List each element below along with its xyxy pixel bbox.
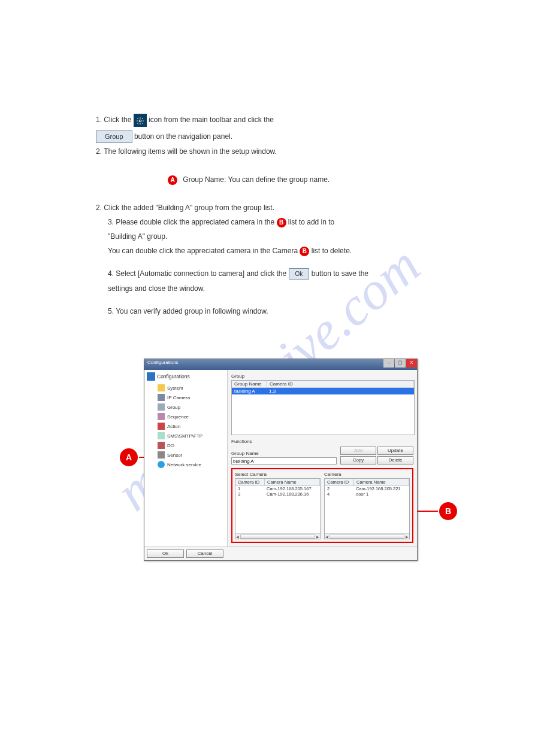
camera-panel: Camera Camera ID Camera Name 2 Cam-192.1…	[324, 472, 410, 539]
group-button-inline: Group	[96, 130, 132, 143]
config-window: Configurations – ▢ X Configurations Syst…	[144, 359, 418, 561]
callout-a-row: A Group Name: You can define the group n…	[96, 175, 451, 185]
step-num-2: 2. Click the added "Building A" group fr…	[96, 203, 451, 213]
camera-row[interactable]: 1 Cam-192.168.205.167	[235, 486, 320, 491]
tree-item-system[interactable]: System	[147, 383, 225, 393]
window-body: Configurations System IP Camera Group Se…	[144, 370, 417, 546]
tree-item-group[interactable]: Group	[147, 402, 225, 412]
do-icon	[158, 442, 165, 449]
callout-a-figure-icon: A	[120, 448, 138, 466]
camera-panels: Select Camera Camera ID Camera Name 1 Ca…	[231, 468, 413, 543]
config-sidebar: Configurations System IP Camera Group Se…	[144, 370, 228, 546]
col-camera-name: Camera Name	[265, 479, 320, 485]
col-camera-id: Camera ID	[235, 479, 265, 485]
config-root-icon	[147, 372, 155, 381]
callout-b-inline-icon: B	[277, 218, 286, 227]
tree-root-label: Configurations	[157, 374, 190, 379]
tree-label: DO	[167, 443, 174, 448]
window-footer: Ok Cancel	[144, 546, 417, 560]
window-close-button[interactable]: X	[406, 359, 417, 368]
step3c-pre: You can double click the appreciated cam…	[108, 247, 300, 255]
tree-item-network[interactable]: Network service	[147, 460, 225, 469]
col-camera-id: Camera ID	[267, 381, 414, 387]
tree-label: Network service	[167, 462, 201, 467]
cell: Cam-192.168.206.16	[264, 491, 320, 497]
step-num-4: 4. Select [Automatic connection to camer…	[96, 268, 451, 280]
col-group-name: Group Name	[232, 381, 267, 387]
group-row-cid: 1,3	[267, 388, 414, 394]
horizontal-scrollbar[interactable]: ◀▶	[235, 533, 320, 539]
camera-row[interactable]: 4 door 1	[325, 491, 409, 497]
tree-item-ipcamera[interactable]: IP Camera	[147, 393, 225, 402]
callout-b-inline2-icon: B	[300, 247, 309, 256]
window-minimize-button[interactable]: –	[383, 359, 394, 368]
tree-label: Group	[167, 405, 180, 410]
system-icon	[158, 384, 165, 391]
step1b-text: button on the navigation panel.	[134, 132, 232, 141]
cell: 3	[235, 491, 264, 497]
group-row-selected[interactable]: building A 1,3	[232, 388, 414, 394]
cell: 1	[235, 486, 264, 491]
callout-b-figure-icon: B	[439, 502, 457, 520]
cell: Cam-192.168.205.167	[264, 486, 320, 491]
callout-a-text: Group Name: You can define the group nam…	[183, 175, 330, 184]
action-icon	[158, 423, 165, 430]
ok-button[interactable]: Ok	[147, 549, 184, 558]
col-camera-id: Camera ID	[325, 479, 354, 485]
group-name-label: Group Name	[231, 451, 337, 456]
group-icon	[158, 403, 165, 411]
cancel-button[interactable]: Cancel	[186, 549, 223, 558]
sensor-icon	[158, 451, 165, 459]
update-button[interactable]: Update	[377, 447, 413, 455]
tree-item-action[interactable]: Action	[147, 421, 225, 431]
step-num-3: 3. Please double click the appreciated c…	[96, 217, 451, 227]
horizontal-scrollbar[interactable]: ◀▶	[325, 533, 409, 539]
window-title: Configurations	[147, 360, 179, 365]
window-titlebar: Configurations – ▢ X	[144, 359, 417, 370]
page-content: 1. Click the icon from the main toolbar …	[0, 0, 535, 585]
add-button[interactable]: Add	[340, 447, 376, 455]
window-maximize-button[interactable]: ▢	[395, 359, 406, 368]
tree-item-sensor[interactable]: Sensor	[147, 450, 225, 460]
mail-icon	[158, 432, 165, 439]
step-num-2-pre: 2. Click the added "Building A" group fr…	[96, 204, 274, 212]
cell: 4	[325, 491, 353, 497]
step1-post: icon from the main toolbar and click the	[149, 116, 274, 124]
tree-item-sequence[interactable]: Sequence	[147, 412, 225, 421]
group-header: Group Name Camera ID	[232, 381, 414, 388]
ok-button-inline: Ok	[289, 268, 310, 280]
functions-label: Functions	[231, 439, 413, 444]
globe-icon	[158, 461, 165, 468]
col-camera-name: Camera Name	[354, 479, 409, 485]
step3-post: list to add in to	[288, 218, 334, 226]
step1-pre: 1. Click the	[96, 116, 134, 124]
step-num-5: 5. You can verify added group in followi…	[96, 306, 451, 317]
cell: door 1	[353, 491, 409, 497]
tree-item-sms[interactable]: SMS\SMTP\FTP	[147, 431, 225, 441]
select-camera-panel: Select Camera Camera ID Camera Name 1 Ca…	[235, 472, 321, 539]
step-2: 2. The following items will be shown in …	[96, 147, 451, 157]
tree-label: IP Camera	[167, 395, 190, 400]
camera-row[interactable]: 3 Cam-192.168.206.16	[235, 491, 320, 497]
step-1b: Group button on the navigation panel.	[96, 130, 451, 143]
tree-label: Sequence	[167, 414, 189, 420]
camera-list[interactable]: Camera ID Camera Name 2 Cam-192.168.205.…	[324, 478, 410, 539]
config-main: Group Group Name Camera ID building A 1,…	[228, 370, 417, 546]
select-camera-list[interactable]: Camera ID Camera Name 1 Cam-192.168.205.…	[235, 478, 321, 539]
step3-pre: 3. Please double click the appreciated c…	[108, 218, 277, 226]
functions-area: Functions Group Name Add Update Copy Del…	[231, 439, 413, 464]
step-num-3b: "Building A" group.	[96, 231, 451, 242]
group-name-input[interactable]	[231, 457, 337, 464]
tree-item-do[interactable]: DO	[147, 441, 225, 450]
camera-row[interactable]: 2 Cam-192.168.205.221	[325, 486, 409, 491]
tree-label: System	[167, 385, 183, 391]
delete-button[interactable]: Delete	[377, 456, 413, 464]
step4-post: button to save the	[312, 269, 368, 278]
step3c-post: list to delete.	[312, 247, 352, 255]
step-1: 1. Click the icon from the main toolbar …	[96, 114, 451, 127]
copy-button[interactable]: Copy	[340, 456, 376, 464]
tree-root[interactable]: Configurations	[147, 372, 225, 381]
select-camera-label: Select Camera	[235, 472, 321, 477]
svg-point-0	[139, 120, 141, 123]
group-table[interactable]: Group Name Camera ID building A 1,3	[231, 380, 415, 435]
